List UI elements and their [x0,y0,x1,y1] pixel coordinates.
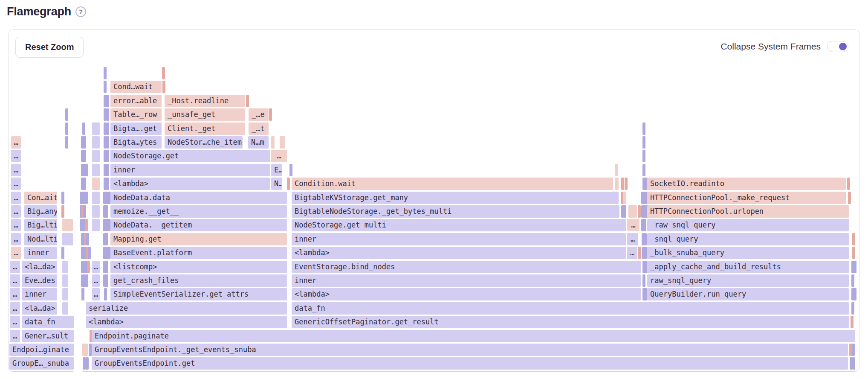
flame-frame[interactable]: GenericOffsetPaginator.get_result [292,316,849,328]
flame-frame[interactable]: data_fn [22,316,74,328]
flame-frame[interactable]: error…able [110,95,162,107]
flame-frame[interactable] [105,274,108,287]
flame-frame[interactable] [621,178,624,190]
flame-frame[interactable] [107,192,110,204]
flame-frame[interactable]: <lambda> [292,288,641,300]
flame-frame[interactable]: _snql_query [647,233,849,245]
flame-frame[interactable]: … [10,302,20,315]
flame-frame[interactable] [852,247,855,259]
flame-frame[interactable] [644,288,647,300]
flame-frame[interactable] [92,219,100,231]
flame-frame[interactable] [62,233,73,245]
flame-frame[interactable]: _unsafe_get [165,108,245,121]
flame-frame[interactable] [62,288,68,300]
flame-frame[interactable] [628,205,637,218]
flame-frame[interactable] [88,247,91,259]
flame-frame[interactable]: BaseEvent.platform [110,247,287,259]
flame-frame[interactable] [83,178,86,190]
flame-frame[interactable]: inner [110,164,270,176]
flame-frame[interactable] [246,95,249,107]
flame-frame[interactable] [852,344,855,356]
flame-frame[interactable]: _bulk_snuba_query [647,247,849,259]
flame-frame[interactable] [106,95,109,107]
flame-frame[interactable] [859,219,860,231]
flame-frame[interactable] [62,274,68,287]
flame-frame[interactable] [107,219,110,231]
flame-frame[interactable]: … [627,233,638,245]
flame-frame[interactable] [106,178,109,190]
flame-frame[interactable] [92,192,100,204]
flame-frame[interactable]: SimpleEventSerializer.get_attrs [110,288,287,300]
flame-frame[interactable]: <listcomp> [110,261,287,273]
flame-frame[interactable] [92,122,100,135]
flame-frame[interactable]: <lambda> [292,247,626,259]
flame-frame[interactable] [852,357,855,370]
flame-frame[interactable]: … [627,247,637,259]
flame-frame[interactable] [643,219,646,231]
flame-frame[interactable] [107,247,110,259]
flame-frame[interactable] [642,136,645,149]
flame-frame[interactable]: HTTPConnectionPool._make_request [647,192,846,204]
flame-frame[interactable]: Eve…des [22,274,57,287]
flame-frame[interactable] [638,247,641,259]
flame-frame[interactable]: … [271,150,287,162]
flame-frame[interactable] [89,344,92,356]
flame-frame[interactable]: <la…da> [22,261,57,273]
flame-frame[interactable]: BigtableKVStorage.get_many [292,192,619,204]
flame-frame[interactable]: Endpoint.paginate [92,330,855,342]
flame-frame[interactable] [92,205,100,218]
flame-frame[interactable] [271,136,275,149]
flame-frame[interactable] [859,247,860,259]
flame-frame[interactable] [859,330,860,342]
flame-frame[interactable]: … [11,150,21,162]
flame-frame[interactable] [859,371,860,372]
flame-frame[interactable] [104,288,107,300]
flame-frame[interactable]: NodeData.__getitem__ [110,219,287,231]
flame-frame[interactable] [82,371,855,372]
flame-frame[interactable]: QueryBuilder.run_query [647,288,849,300]
flame-frame[interactable]: E… [271,164,282,176]
flame-frame[interactable]: inner [292,233,626,245]
flame-frame[interactable]: serialize [86,302,287,315]
flame-frame[interactable]: … [10,288,20,300]
flame-frame[interactable] [65,122,68,135]
flame-frame[interactable] [644,247,647,259]
flame-frame[interactable]: … [627,219,639,231]
flame-frame[interactable]: NodeStorage.get_multi [292,219,626,231]
flame-frame[interactable]: BigtableNodeStorage._get_bytes_multi [292,205,619,218]
flame-frame[interactable]: Mapping.get [110,233,287,245]
flame-frame[interactable]: … [11,205,21,218]
flame-frame[interactable] [105,261,108,273]
flame-frame[interactable]: Bigta…ytes [110,136,162,149]
flame-frame[interactable]: … [11,233,21,245]
flame-frame[interactable] [644,233,647,245]
flame-frame[interactable]: memoize.__get__ [110,205,287,218]
flame-frame[interactable] [644,261,647,273]
flame-frame[interactable] [106,136,109,149]
flame-frame[interactable] [87,261,90,273]
flame-frame[interactable] [65,108,68,121]
flame-frame[interactable] [859,205,860,218]
flame-frame[interactable]: Con…ait [24,192,57,204]
flame-frame[interactable] [85,192,88,204]
flame-frame[interactable] [85,219,88,231]
flame-frame[interactable] [106,164,109,176]
flame-frame[interactable] [625,178,628,190]
flame-frame[interactable] [854,261,856,273]
flame-frame[interactable] [82,344,88,356]
flame-frame[interactable] [85,164,88,176]
flame-frame[interactable]: … [10,274,20,287]
flame-frame[interactable] [61,247,64,259]
flame-frame[interactable] [859,288,860,300]
flame-frame[interactable]: … [10,316,20,328]
flame-frame[interactable] [280,136,285,149]
flame-frame[interactable] [859,233,860,245]
flame-frame[interactable] [92,164,100,176]
flame-frame[interactable]: Client._get [165,122,245,135]
flame-frame[interactable]: … [11,136,21,149]
flame-frame[interactable] [615,178,619,190]
flame-frame[interactable]: Gener…sult [22,330,74,342]
flame-frame[interactable]: _…e [249,108,269,121]
flame-frame[interactable]: … [11,219,21,231]
flame-frame[interactable]: <lambda> [110,178,270,190]
